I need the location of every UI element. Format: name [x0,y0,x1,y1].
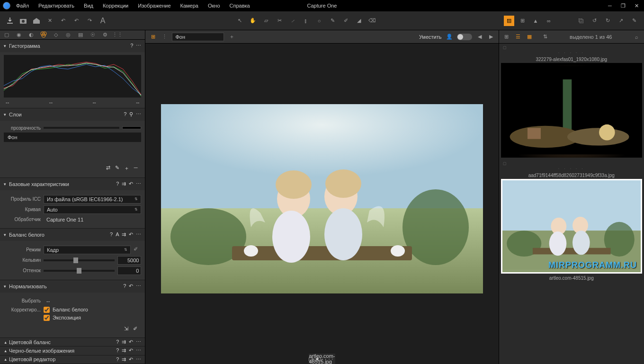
keystone-tool-icon[interactable]: ⫿ [301,16,311,26]
menu-camera[interactable]: Камера [179,2,200,9]
tint-slider[interactable] [44,270,115,272]
grid-view-icon[interactable]: ⊞ [503,33,510,41]
proof-toggle[interactable] [457,34,472,40]
image-viewer[interactable] [145,44,498,354]
tab-batch-icon[interactable]: ⋮⋮ [114,31,121,38]
tab-details-icon[interactable]: ◎ [64,31,72,38]
dot-icon[interactable]: · [322,356,323,362]
menu-dots-icon[interactable]: ⋯ [136,181,141,187]
thumb-image-selected[interactable]: MIRPROGRAMM.RU [501,179,642,274]
chevron-down-icon[interactable]: ▾ [4,182,6,186]
export-icon[interactable] [31,16,42,26]
reset-icon[interactable]: ↶ [129,181,133,187]
straighten-tool-icon[interactable]: ⟋ [287,16,298,26]
tab-metadata-icon[interactable]: ☉ [89,31,97,38]
menu-adjustments[interactable]: Коррекции [101,2,130,9]
star-icon[interactable]: ★ [315,356,320,362]
help-icon[interactable]: ? [116,181,119,187]
tab-exposure-icon[interactable]: ◇ [52,31,60,38]
grid-icon[interactable]: ⊞ [517,16,528,26]
copy-icon[interactable]: ⇉ [122,231,126,238]
select-tool-icon[interactable]: ↖ [234,16,245,26]
color-editor-section[interactable]: ▸ Цветовой редактор ?⇉↶⋯ [0,355,145,364]
chevron-down-icon[interactable]: ▾ [4,112,6,117]
edit-with-icon[interactable]: ✎ [629,16,639,26]
copy-adjustments-icon[interactable]: ⿻ [576,16,586,26]
reset-icon[interactable]: ↶ [129,283,133,289]
eraser-tool-icon[interactable]: ⌫ [367,16,377,26]
bw-section[interactable]: ▸ Черно-белые изображения ?⇉↶⋯ [0,346,145,355]
rating-box-icon[interactable]: ▢ [308,356,313,362]
exposure-warning-icon[interactable]: ▨ [504,16,514,26]
loupe-tool-icon[interactable]: ▱ [261,16,271,26]
undo-icon[interactable]: ↶ [71,16,81,26]
tab-output-icon[interactable]: ⚙ [101,31,109,38]
layer-add-icon[interactable]: ＋ [124,165,129,172]
eyedropper-icon[interactable]: ✐ [134,246,141,254]
list-view-icon[interactable]: ☰ [514,33,522,41]
chevron-down-icon[interactable]: ▾ [4,284,6,289]
sort-icon[interactable]: ⇅ [542,33,549,41]
spot-tool-icon[interactable]: ○ [314,16,324,26]
pin-icon[interactable]: ⚲ [129,111,133,117]
exposure-checkbox[interactable]: Экспозиция [44,315,81,321]
dot-icon[interactable]: · [325,356,326,362]
menu-view[interactable]: Вид [82,2,95,9]
filmstrip-icon[interactable]: ▦ [526,33,533,41]
layer-background[interactable]: Фон [4,133,141,142]
layer-mask-icon[interactable]: ⇄ [106,165,110,172]
thumbnail-item[interactable]: ▢ · · · · · 322279-alexfas01_1920x1080.j… [501,45,642,158]
gradient-tool-icon[interactable]: ◢ [354,16,364,26]
menu-image[interactable]: Изображение [136,2,172,9]
alert-icon[interactable]: ▲ [530,16,541,26]
forward-icon[interactable]: ▶ [487,33,495,41]
reject-icon[interactable]: ✕ [45,16,55,26]
normalize-apply-icon[interactable]: ✐ [133,326,137,332]
redo-icon[interactable]: ↷ [84,16,95,26]
mode-select[interactable]: Кадр⇅ [44,246,131,254]
copy-icon[interactable]: ⇉ [122,181,126,187]
add-icon[interactable]: ＋ [228,33,235,41]
auto-adjust-icon[interactable]: A [98,16,108,26]
pan-tool-icon[interactable]: ✋ [248,16,258,26]
close-button[interactable]: ✕ [632,3,641,9]
tab-lens-icon[interactable]: ◐ [27,31,35,38]
menu-file[interactable]: Файл [14,2,31,9]
maximize-button[interactable]: ❐ [618,3,628,9]
wb-checkbox[interactable]: Баланс белого [44,307,88,313]
dot-icon[interactable]: · [328,356,330,362]
menu-dots-icon[interactable]: ⋯ [136,231,141,238]
opacity-input[interactable] [122,126,141,129]
menu-dots-icon[interactable]: ⋯ [136,283,141,289]
layer-remove-icon[interactable]: ─ [134,165,138,172]
help-icon[interactable]: ? [124,111,126,117]
tint-input[interactable]: 0 [117,266,141,275]
tab-capture-icon[interactable]: ◉ [15,31,23,38]
kelvin-slider[interactable] [44,259,115,261]
process-icon[interactable]: ↗ [616,16,626,26]
color-balance-section[interactable]: ▸ Цветовой баланс ?⇉↶⋯ [0,338,145,346]
layer-brush-icon[interactable]: ✎ [115,165,119,172]
tab-library-icon[interactable]: ▢ [3,31,10,38]
icc-select[interactable]: Из файла (sRGB IEC61966-2.1)⇅ [44,195,141,204]
reset-icon[interactable]: ↶ [58,16,68,26]
list-view-icon[interactable]: ⋮ [161,33,168,41]
back-icon[interactable]: ◀ [476,33,483,41]
rotate-left-icon[interactable]: ↺ [589,16,599,26]
search-icon[interactable]: ⌕ [633,33,640,41]
crop-tool-icon[interactable]: ✂ [274,16,285,26]
menu-dots-icon[interactable]: ⋯ [136,111,141,117]
normalize-pick-icon[interactable]: ⇲ [124,326,128,332]
kelvin-input[interactable]: 5000 [117,256,141,265]
menu-window[interactable]: Окно [206,2,222,9]
brush-tool-icon[interactable]: ✎ [327,16,338,26]
person-icon[interactable]: 👤 [446,33,453,41]
curve-select[interactable]: Auto⇅ [44,205,141,214]
focus-mask-icon[interactable]: ∞ [544,16,554,26]
menu-edit[interactable]: Редактировать [36,2,76,9]
help-icon[interactable]: ? [130,43,133,49]
tab-adjustments-icon[interactable]: ▤ [77,31,84,38]
menu-help[interactable]: Справка [228,2,252,9]
menu-dots-icon[interactable]: ⋯ [136,43,141,49]
chevron-down-icon[interactable]: ▾ [4,232,6,237]
